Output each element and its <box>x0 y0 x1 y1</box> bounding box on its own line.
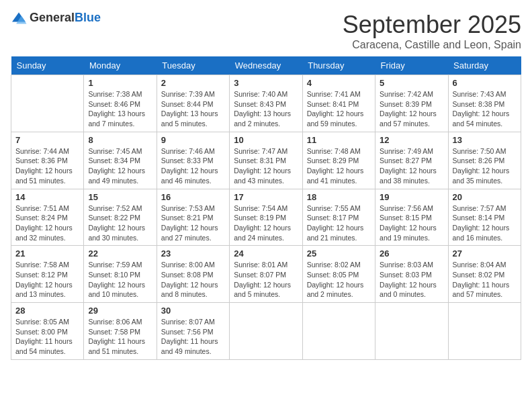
calendar-cell: 19Sunrise: 7:56 AMSunset: 8:15 PMDayligh… <box>375 189 448 246</box>
calendar-week-0: 1Sunrise: 7:38 AMSunset: 8:46 PMDaylight… <box>11 75 521 132</box>
calendar-cell: 20Sunrise: 7:57 AMSunset: 8:14 PMDayligh… <box>448 189 521 246</box>
day-number: 10 <box>234 135 298 145</box>
calendar-cell: 22Sunrise: 7:59 AMSunset: 8:10 PMDayligh… <box>84 246 157 303</box>
calendar-cell: 14Sunrise: 7:51 AMSunset: 8:24 PMDayligh… <box>11 189 84 246</box>
month-title: September 2025 <box>343 11 521 39</box>
location-title: Caracena, Castille and Leon, Spain <box>343 39 521 51</box>
day-info: Sunrise: 7:46 AMSunset: 8:33 PMDaylight:… <box>161 146 225 186</box>
day-info: Sunrise: 7:38 AMSunset: 8:46 PMDaylight:… <box>88 89 152 129</box>
calendar-cell: 21Sunrise: 7:58 AMSunset: 8:12 PMDayligh… <box>11 246 84 303</box>
day-info: Sunrise: 7:59 AMSunset: 8:10 PMDaylight:… <box>88 260 152 300</box>
calendar-cell <box>230 303 302 360</box>
day-number: 5 <box>380 78 443 88</box>
calendar-cell: 11Sunrise: 7:48 AMSunset: 8:29 PMDayligh… <box>302 132 375 189</box>
calendar-cell: 17Sunrise: 7:54 AMSunset: 8:19 PMDayligh… <box>230 189 302 246</box>
day-info: Sunrise: 8:07 AMSunset: 7:56 PMDaylight:… <box>161 317 225 357</box>
calendar-cell <box>302 303 375 360</box>
day-info: Sunrise: 7:42 AMSunset: 8:39 PMDaylight:… <box>380 89 443 129</box>
calendar-cell: 8Sunrise: 7:45 AMSunset: 8:34 PMDaylight… <box>84 132 157 189</box>
logo-icon <box>11 11 27 25</box>
calendar-cell: 18Sunrise: 7:55 AMSunset: 8:17 PMDayligh… <box>302 189 375 246</box>
day-number: 29 <box>88 306 152 316</box>
day-info: Sunrise: 7:53 AMSunset: 8:21 PMDaylight:… <box>161 203 225 243</box>
day-info: Sunrise: 7:45 AMSunset: 8:34 PMDaylight:… <box>88 146 152 186</box>
calendar-cell: 16Sunrise: 7:53 AMSunset: 8:21 PMDayligh… <box>157 189 229 246</box>
day-info: Sunrise: 7:48 AMSunset: 8:29 PMDaylight:… <box>307 146 371 186</box>
day-number: 28 <box>15 306 79 316</box>
calendar-cell: 9Sunrise: 7:46 AMSunset: 8:33 PMDaylight… <box>157 132 229 189</box>
day-info: Sunrise: 7:39 AMSunset: 8:44 PMDaylight:… <box>161 89 225 129</box>
day-info: Sunrise: 8:05 AMSunset: 8:00 PMDaylight:… <box>15 317 79 357</box>
calendar-cell: 25Sunrise: 8:02 AMSunset: 8:05 PMDayligh… <box>302 246 375 303</box>
day-number: 4 <box>307 78 371 88</box>
calendar-body: 1Sunrise: 7:38 AMSunset: 8:46 PMDaylight… <box>11 75 521 360</box>
day-header-friday: Friday <box>375 56 448 75</box>
day-number: 11 <box>307 135 371 145</box>
day-header-thursday: Thursday <box>302 56 375 75</box>
day-number: 15 <box>88 192 152 202</box>
day-info: Sunrise: 7:49 AMSunset: 8:27 PMDaylight:… <box>380 146 443 186</box>
day-number: 21 <box>15 248 79 259</box>
day-header-monday: Monday <box>84 56 157 75</box>
day-number: 17 <box>234 192 298 202</box>
calendar-cell: 13Sunrise: 7:50 AMSunset: 8:26 PMDayligh… <box>448 132 521 189</box>
calendar-week-3: 21Sunrise: 7:58 AMSunset: 8:12 PMDayligh… <box>11 246 521 303</box>
calendar-cell: 1Sunrise: 7:38 AMSunset: 8:46 PMDaylight… <box>84 75 157 132</box>
calendar-table: SundayMondayTuesdayWednesdayThursdayFrid… <box>11 56 521 360</box>
day-number: 14 <box>15 192 79 202</box>
day-info: Sunrise: 7:50 AMSunset: 8:26 PMDaylight:… <box>453 146 517 186</box>
day-info: Sunrise: 7:58 AMSunset: 8:12 PMDaylight:… <box>15 260 79 300</box>
day-info: Sunrise: 8:04 AMSunset: 8:02 PMDaylight:… <box>453 260 517 300</box>
logo-text-blue: Blue <box>75 11 101 24</box>
day-number: 19 <box>380 192 443 202</box>
day-header-saturday: Saturday <box>448 56 521 75</box>
day-number: 16 <box>161 192 225 202</box>
calendar-cell: 27Sunrise: 8:04 AMSunset: 8:02 PMDayligh… <box>448 246 521 303</box>
day-number: 25 <box>307 248 371 259</box>
day-number: 1 <box>88 78 152 88</box>
day-info: Sunrise: 7:54 AMSunset: 8:19 PMDaylight:… <box>234 203 298 243</box>
calendar-cell <box>11 75 84 132</box>
day-info: Sunrise: 7:52 AMSunset: 8:22 PMDaylight:… <box>88 203 152 243</box>
page-header: GeneralBlue September 2025 Caracena, Cas… <box>11 11 521 51</box>
calendar-cell: 4Sunrise: 7:41 AMSunset: 8:41 PMDaylight… <box>302 75 375 132</box>
day-number: 3 <box>234 78 298 88</box>
calendar-cell <box>375 303 448 360</box>
calendar-cell: 12Sunrise: 7:49 AMSunset: 8:27 PMDayligh… <box>375 132 448 189</box>
logo: GeneralBlue <box>11 11 101 25</box>
day-info: Sunrise: 7:57 AMSunset: 8:14 PMDaylight:… <box>453 203 517 243</box>
day-number: 24 <box>234 248 298 259</box>
day-info: Sunrise: 7:51 AMSunset: 8:24 PMDaylight:… <box>15 203 79 243</box>
day-number: 8 <box>88 135 152 145</box>
day-info: Sunrise: 8:02 AMSunset: 8:05 PMDaylight:… <box>307 260 371 300</box>
day-header-tuesday: Tuesday <box>157 56 229 75</box>
day-info: Sunrise: 7:44 AMSunset: 8:36 PMDaylight:… <box>15 146 79 186</box>
day-info: Sunrise: 7:41 AMSunset: 8:41 PMDaylight:… <box>307 89 371 129</box>
calendar-cell: 29Sunrise: 8:06 AMSunset: 7:58 PMDayligh… <box>84 303 157 360</box>
calendar-cell: 10Sunrise: 7:47 AMSunset: 8:31 PMDayligh… <box>230 132 302 189</box>
calendar-cell: 2Sunrise: 7:39 AMSunset: 8:44 PMDaylight… <box>157 75 229 132</box>
calendar-week-1: 7Sunrise: 7:44 AMSunset: 8:36 PMDaylight… <box>11 132 521 189</box>
calendar-week-2: 14Sunrise: 7:51 AMSunset: 8:24 PMDayligh… <box>11 189 521 246</box>
day-number: 22 <box>88 248 152 259</box>
calendar-cell <box>448 303 521 360</box>
title-block: September 2025 Caracena, Castille and Le… <box>343 11 521 51</box>
day-number: 26 <box>380 248 443 259</box>
calendar-cell: 7Sunrise: 7:44 AMSunset: 8:36 PMDaylight… <box>11 132 84 189</box>
logo-text-general: General <box>30 11 75 24</box>
day-info: Sunrise: 7:55 AMSunset: 8:17 PMDaylight:… <box>307 203 371 243</box>
calendar-cell: 30Sunrise: 8:07 AMSunset: 7:56 PMDayligh… <box>157 303 229 360</box>
calendar-cell: 26Sunrise: 8:03 AMSunset: 8:03 PMDayligh… <box>375 246 448 303</box>
day-number: 6 <box>453 78 517 88</box>
calendar-week-4: 28Sunrise: 8:05 AMSunset: 8:00 PMDayligh… <box>11 303 521 360</box>
day-number: 18 <box>307 192 371 202</box>
calendar-cell: 23Sunrise: 8:00 AMSunset: 8:08 PMDayligh… <box>157 246 229 303</box>
day-number: 27 <box>453 248 517 259</box>
day-number: 9 <box>161 135 225 145</box>
day-info: Sunrise: 8:06 AMSunset: 7:58 PMDaylight:… <box>88 317 152 357</box>
day-header-sunday: Sunday <box>11 56 84 75</box>
calendar-cell: 6Sunrise: 7:43 AMSunset: 8:38 PMDaylight… <box>448 75 521 132</box>
day-number: 23 <box>161 248 225 259</box>
day-info: Sunrise: 8:00 AMSunset: 8:08 PMDaylight:… <box>161 260 225 300</box>
day-info: Sunrise: 8:03 AMSunset: 8:03 PMDaylight:… <box>380 260 443 300</box>
